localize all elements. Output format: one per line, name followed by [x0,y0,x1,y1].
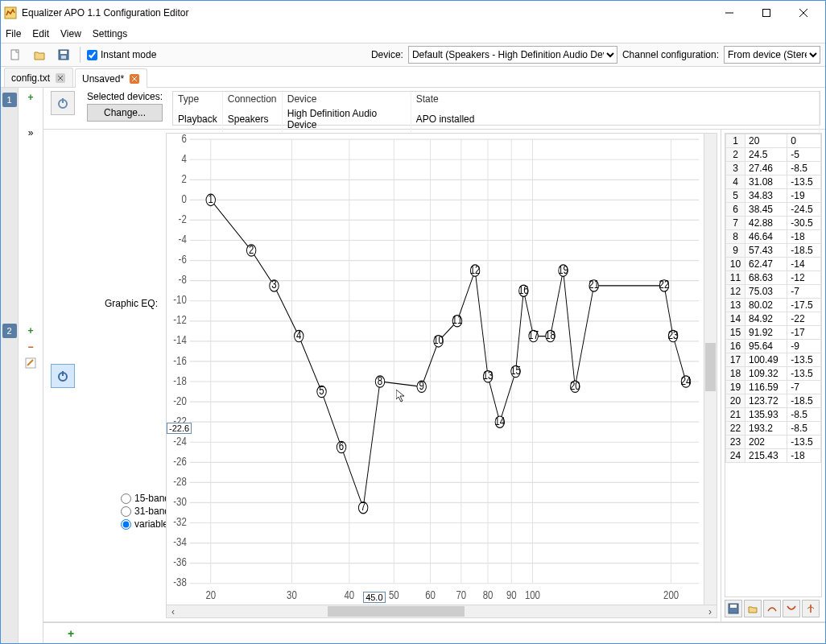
row-number: 2 [2,324,17,338]
remove-icon[interactable]: − [23,340,38,354]
table-row[interactable]: 224.5-5 [726,148,821,162]
invert-icon[interactable] [783,600,800,617]
svg-text:-38: -38 [173,576,187,589]
table-row[interactable]: 17100.49-13.5 [726,353,821,367]
table-row[interactable]: 20123.72-18.5 [726,394,821,408]
svg-text:-24: -24 [173,435,187,448]
device-select[interactable]: Default (Speakers - High Definition Audi… [408,46,617,64]
eq-chart[interactable]: 6420-2-4-6-8-10-12-14-16-18-20-22-24-26-… [166,133,704,605]
menu-edit[interactable]: Edit [32,28,49,39]
svg-text:200: 200 [663,588,679,602]
svg-text:9: 9 [419,379,424,393]
tab-config[interactable]: config.txt [4,68,73,87]
table-row[interactable]: 1380.02-17.5 [726,299,821,312]
horizontal-scrollbar[interactable]: ‹ › [166,605,717,618]
table-row[interactable]: 1591.92-17 [726,326,821,340]
svg-text:21: 21 [589,278,599,291]
band-variable-radio[interactable]: variable [121,518,170,530]
close-icon[interactable] [55,72,66,84]
table-row[interactable]: 1168.63-12 [726,271,821,285]
table-row[interactable]: Playback Speakers High Definition Audio … [173,106,819,132]
add-block-button[interactable]: + [68,627,74,640]
table-row[interactable]: 22193.2-8.5 [726,422,821,436]
svg-text:0: 0 [181,192,186,206]
svg-text:-2: -2 [179,213,187,226]
data-table[interactable]: 1200224.5-5327.46-8.5431.08-13.5534.83-1… [725,133,822,597]
svg-text:11: 11 [452,313,463,327]
svg-text:80: 80 [483,588,494,602]
add-icon[interactable]: + [23,90,38,105]
table-row[interactable]: 327.46-8.5 [726,162,821,175]
change-button[interactable]: Change... [87,104,163,122]
chanconf-select[interactable]: From device (Stereo) [724,46,820,64]
maximize-button[interactable] [748,1,785,25]
close-icon[interactable] [129,73,140,85]
close-button[interactable] [785,1,822,25]
table-row[interactable]: 19116.59-7 [726,381,821,394]
menu-view[interactable]: View [60,28,81,39]
vertical-scrollbar[interactable] [704,133,717,605]
band-31-radio[interactable]: 31-band [121,506,170,517]
svg-rect-131 [730,605,737,608]
table-row[interactable]: 1275.03-7 [726,285,821,299]
save-icon[interactable] [725,600,742,617]
power-button[interactable] [51,364,75,388]
import-icon[interactable] [744,600,762,617]
chevron-down-icon[interactable]: » [23,126,38,140]
table-row[interactable]: 431.08-13.5 [726,175,821,189]
svg-text:60: 60 [425,588,436,602]
table-row[interactable]: 742.88-30.5 [726,217,821,230]
menu-settings[interactable]: Settings [93,28,127,39]
svg-rect-7 [60,51,67,54]
svg-text:2: 2 [181,172,186,186]
new-file-button[interactable] [6,45,25,64]
open-file-button[interactable] [30,45,49,64]
add-icon[interactable]: + [23,324,38,338]
edit-icon[interactable] [23,356,38,370]
svg-text:8: 8 [378,374,382,387]
svg-text:-16: -16 [173,353,187,367]
band-options: 15-band 31-band variable [121,493,170,530]
table-row[interactable]: 638.45-24.5 [726,203,821,217]
graphic-eq-label: Graphic EQ: [105,298,158,309]
svg-text:-30: -30 [173,495,187,509]
table-row[interactable]: 1484.92-22 [726,312,821,326]
svg-text:20: 20 [570,379,580,393]
reset-icon[interactable] [763,600,781,617]
normalize-icon[interactable] [802,600,820,617]
svg-text:40: 40 [345,588,355,602]
scroll-right-icon: › [704,605,717,617]
svg-text:12: 12 [470,262,481,276]
table-row[interactable]: 534.83-19 [726,189,821,203]
table-row[interactable]: 846.64-18 [726,230,821,244]
table-row[interactable]: 1062.47-14 [726,258,821,271]
tab-unsaved[interactable]: Unsaved* [75,68,147,88]
svg-text:4: 4 [181,152,186,166]
svg-text:30: 30 [287,588,297,602]
window-title: Equalizer APO 1.1 Configuration Editor [22,7,711,19]
chanconf-label: Channel configuration: [622,49,719,60]
svg-text:-26: -26 [173,455,187,469]
table-row[interactable]: 21135.93-8.5 [726,408,821,422]
table-row[interactable]: 24215.43-18 [726,449,821,463]
svg-text:-6: -6 [179,253,187,266]
row-actions: + » + − [19,88,43,643]
table-row[interactable]: 1695.64-9 [726,340,821,353]
svg-text:15: 15 [510,364,521,378]
svg-rect-2 [763,10,770,17]
save-file-button[interactable] [54,45,73,64]
instant-mode-checkbox[interactable]: Instant mode [87,49,156,60]
power-button[interactable] [51,91,75,115]
svg-text:23: 23 [668,328,679,342]
table-row[interactable]: 957.43-18.5 [726,244,821,258]
selected-devices-label: Selected devices: [87,91,163,102]
titlebar: Equalizer APO 1.1 Configuration Editor [1,1,825,25]
svg-text:-32: -32 [173,515,187,529]
band-15-radio[interactable]: 15-band [121,493,170,504]
minimize-button[interactable] [711,1,748,25]
table-row[interactable]: 1200 [726,134,821,148]
device-label: Device: [371,49,403,60]
table-row[interactable]: 18109.32-13.5 [726,367,821,381]
table-row[interactable]: 23202-13.5 [726,436,821,449]
menu-file[interactable]: File [6,28,21,39]
